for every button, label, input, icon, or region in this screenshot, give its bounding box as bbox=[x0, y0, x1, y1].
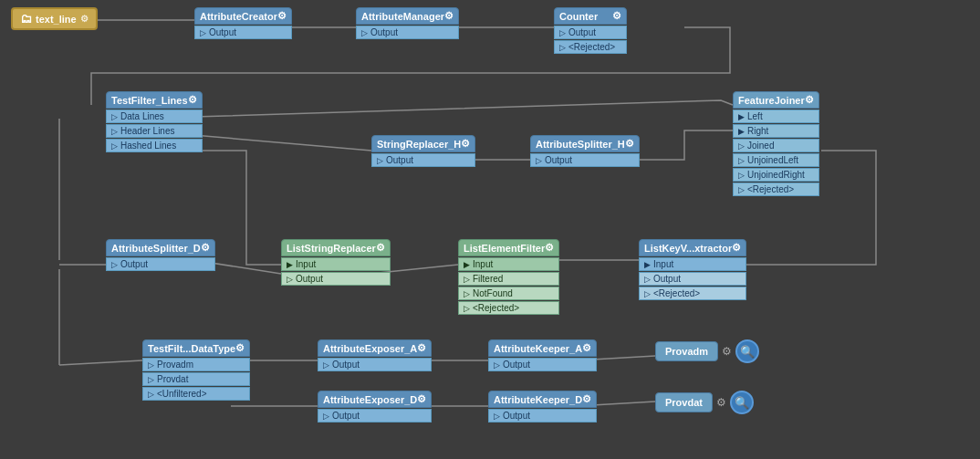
port-arrow-icon: ▷ bbox=[111, 260, 118, 269]
fj-left-port[interactable]: ▶ Left bbox=[733, 110, 819, 123]
attr-manager-output-port[interactable]: ▷ Output bbox=[356, 26, 459, 39]
attr-keeper-a-gear[interactable]: ⚙ bbox=[582, 342, 591, 354]
list-element-filter-gear[interactable]: ⚙ bbox=[545, 242, 554, 254]
provadm-gear[interactable]: ⚙ bbox=[722, 345, 732, 358]
feature-joiner-gear[interactable]: ⚙ bbox=[805, 94, 814, 106]
attr-exposer-a-node: AttributeExposer_A ⚙ ▷ Output bbox=[318, 339, 432, 371]
string-replacer-h-node: StringReplacer_H ⚙ ▷ Output bbox=[371, 135, 475, 167]
attribute-creator-label: AttributeCreator bbox=[200, 11, 277, 22]
port-arrow-icon: ▷ bbox=[287, 275, 293, 284]
provdat-search-button[interactable]: 🔍 bbox=[730, 391, 754, 414]
list-string-replacer-gear[interactable]: ⚙ bbox=[376, 242, 385, 254]
fj-joined-port[interactable]: ▷ Joined bbox=[733, 139, 819, 152]
counter-gear[interactable]: ⚙ bbox=[612, 10, 621, 22]
data-lines-port[interactable]: ▷ Data Lines bbox=[106, 110, 203, 123]
tfd-provadm-port[interactable]: ▷ Provadm bbox=[142, 358, 250, 371]
attr-keeper-d-node: AttributeKeeper_D ⚙ ▷ Output bbox=[488, 391, 597, 422]
port-arrow-icon: ▷ bbox=[323, 360, 329, 370]
lef-filtered-port[interactable]: ▷ Filtered bbox=[458, 272, 559, 286]
provdat-label: Provdat bbox=[665, 397, 703, 408]
attr-keeper-a-label: AttributeKeeper_A bbox=[494, 343, 582, 354]
attr-keeper-d-gear[interactable]: ⚙ bbox=[582, 393, 591, 405]
port-arrow-icon: ▷ bbox=[559, 43, 566, 52]
fj-unjoined-right-port[interactable]: ▷ UnjoinedRight bbox=[733, 168, 819, 182]
counter-label: Counter bbox=[559, 11, 598, 22]
list-string-replacer-label: ListStringReplacer bbox=[287, 243, 376, 254]
source-node: 🗂 text_line ⚙ bbox=[11, 7, 98, 30]
sr-h-output-port[interactable]: ▷ Output bbox=[371, 153, 475, 167]
counter-rejected-port[interactable]: ▷ <Rejected> bbox=[554, 40, 627, 54]
port-arrow-icon: ▷ bbox=[323, 412, 329, 421]
workflow-canvas: 🗂 text_line ⚙ AttributeCreator ⚙ ▷ Outpu… bbox=[0, 0, 980, 459]
aed-output-port[interactable]: ▷ Output bbox=[318, 409, 432, 422]
attr-exposer-a-gear[interactable]: ⚙ bbox=[417, 342, 426, 354]
lef-input-port[interactable]: ▶ Input bbox=[458, 257, 559, 271]
counter-node: Counter ⚙ ▷ Output ▷ <Rejected> bbox=[554, 7, 627, 54]
attr-creator-output-port[interactable]: ▷ Output bbox=[194, 26, 292, 39]
testfilter-lines-gear[interactable]: ⚙ bbox=[188, 94, 197, 106]
source-label: text_line bbox=[36, 14, 77, 25]
lef-rejected-port[interactable]: ▷ <Rejected> bbox=[458, 301, 559, 315]
counter-output-port[interactable]: ▷ Output bbox=[554, 26, 627, 39]
port-arrow-icon: ▷ bbox=[644, 289, 651, 298]
attr-splitter-h-node: AttributeSplitter_H ⚙ ▷ Output bbox=[530, 135, 640, 167]
attr-splitter-d-gear[interactable]: ⚙ bbox=[201, 242, 210, 254]
feature-joiner-label: FeatureJoiner bbox=[738, 95, 805, 106]
port-arrow-icon: ▷ bbox=[111, 127, 118, 136]
lsr-input-port[interactable]: ▶ Input bbox=[281, 257, 391, 271]
string-replacer-h-label: StringReplacer_H bbox=[377, 139, 461, 150]
list-element-filter-node: ListElementFilter ⚙ ▶ Input ▷ Filtered ▷… bbox=[458, 239, 559, 315]
fj-right-port[interactable]: ▶ Right bbox=[733, 124, 819, 138]
attribute-manager-node: AttributeManager ⚙ ▷ Output bbox=[356, 7, 459, 39]
attr-exposer-d-gear[interactable]: ⚙ bbox=[417, 393, 426, 405]
string-replacer-h-gear[interactable]: ⚙ bbox=[461, 138, 470, 150]
port-arrow-icon: ▷ bbox=[738, 185, 745, 194]
port-arrow-icon: ▷ bbox=[200, 28, 206, 37]
port-arrow-icon: ▷ bbox=[738, 141, 745, 151]
hashed-lines-port[interactable]: ▷ Hashed Lines bbox=[106, 139, 203, 152]
lef-notfound-port[interactable]: ▷ NotFound bbox=[458, 287, 559, 300]
list-element-filter-label: ListElementFilter bbox=[464, 243, 545, 254]
lkv-input-port[interactable]: ▶ Input bbox=[639, 257, 746, 271]
attribute-manager-gear[interactable]: ⚙ bbox=[444, 10, 454, 22]
port-arrow-icon: ▷ bbox=[559, 28, 566, 37]
port-arrow-icon: ▷ bbox=[361, 28, 368, 37]
fj-rejected-port[interactable]: ▷ <Rejected> bbox=[733, 183, 819, 196]
port-arrow-icon: ▷ bbox=[738, 171, 745, 180]
port-arrow-icon: ▷ bbox=[644, 275, 651, 284]
header-lines-port[interactable]: ▷ Header Lines bbox=[106, 124, 203, 138]
port-arrow-icon: ▶ bbox=[464, 260, 470, 269]
port-arrow-icon: ▷ bbox=[464, 289, 470, 298]
port-arrow-icon: ▷ bbox=[111, 141, 118, 151]
port-arrow-icon: ▷ bbox=[464, 275, 470, 284]
testfilt-datatype-gear[interactable]: ⚙ bbox=[235, 342, 245, 354]
port-arrow-icon: ▷ bbox=[148, 360, 154, 370]
provdat-gear[interactable]: ⚙ bbox=[716, 396, 726, 409]
fj-unjoined-left-port[interactable]: ▷ UnjoinedLeft bbox=[733, 153, 819, 167]
port-arrow-icon: ▷ bbox=[738, 156, 745, 165]
aea-output-port[interactable]: ▷ Output bbox=[318, 358, 432, 371]
port-arrow-icon: ▷ bbox=[377, 156, 383, 165]
feature-joiner-node: FeatureJoiner ⚙ ▶ Left ▶ Right ▷ Joined … bbox=[733, 91, 819, 196]
port-arrow-icon: ▷ bbox=[148, 375, 154, 384]
port-arrow-icon: ▶ bbox=[287, 260, 293, 269]
as-h-output-port[interactable]: ▷ Output bbox=[530, 153, 640, 167]
akd-output-port[interactable]: ▷ Output bbox=[488, 409, 597, 422]
attr-splitter-d-label: AttributeSplitter_D bbox=[111, 243, 201, 254]
as-d-output-port[interactable]: ▷ Output bbox=[106, 257, 215, 271]
provadm-output-node: Provadm ⚙ 🔍 bbox=[655, 339, 759, 363]
tfd-provdat-port[interactable]: ▷ Provdat bbox=[142, 372, 250, 386]
list-key-vxtractor-gear[interactable]: ⚙ bbox=[732, 242, 741, 254]
lsr-output-port[interactable]: ▷ Output bbox=[281, 272, 391, 286]
list-key-vxtractor-label: ListKeyV...xtractor bbox=[644, 243, 732, 254]
attribute-creator-gear[interactable]: ⚙ bbox=[277, 10, 287, 22]
lkv-rejected-port[interactable]: ▷ <Rejected> bbox=[639, 287, 746, 300]
attr-exposer-a-label: AttributeExposer_A bbox=[323, 343, 417, 354]
tfd-unfiltered-port[interactable]: ▷ <Unfiltered> bbox=[142, 387, 250, 401]
source-gear-icon[interactable]: ⚙ bbox=[80, 14, 89, 24]
attr-splitter-h-gear[interactable]: ⚙ bbox=[625, 138, 634, 150]
lkv-output-port[interactable]: ▷ Output bbox=[639, 272, 746, 286]
provadm-search-button[interactable]: 🔍 bbox=[735, 339, 759, 363]
aka-output-port[interactable]: ▷ Output bbox=[488, 358, 597, 371]
port-arrow-icon: ▷ bbox=[494, 360, 500, 370]
